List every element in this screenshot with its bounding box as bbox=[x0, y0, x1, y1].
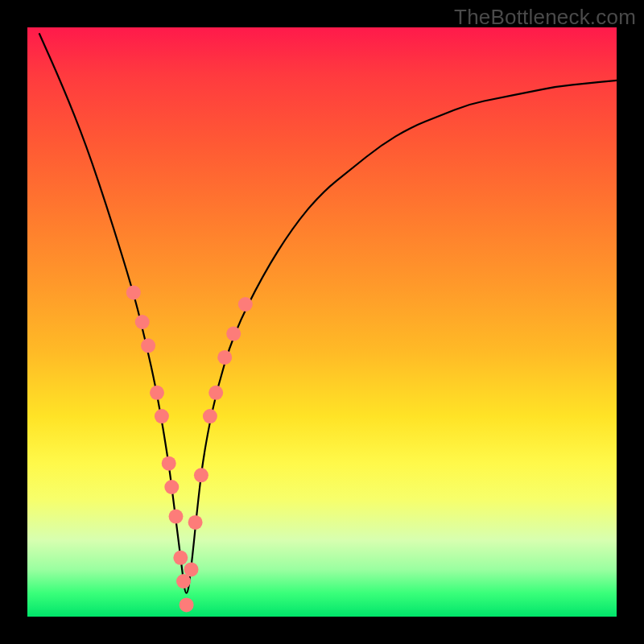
bottleneck-curve bbox=[39, 33, 617, 592]
marker-dot bbox=[217, 350, 232, 365]
marker-dot bbox=[188, 515, 203, 530]
marker-dots bbox=[126, 285, 253, 612]
marker-dot bbox=[203, 409, 217, 423]
marker-dot bbox=[176, 574, 191, 588]
marker-dot bbox=[238, 297, 253, 312]
marker-dot bbox=[180, 597, 194, 612]
watermark: TheBottleneck.com bbox=[454, 5, 636, 30]
chart-frame: TheBottleneck.com bbox=[0, 0, 644, 644]
marker-dot bbox=[162, 456, 176, 471]
marker-dot bbox=[141, 338, 155, 353]
marker-dot bbox=[155, 409, 169, 423]
curve-layer bbox=[27, 27, 617, 617]
marker-dot bbox=[169, 510, 184, 524]
marker-dot bbox=[194, 468, 208, 482]
marker-dot bbox=[150, 386, 164, 400]
marker-dot bbox=[184, 562, 199, 576]
marker-dot bbox=[208, 386, 223, 400]
plot-area bbox=[27, 27, 617, 617]
marker-dot bbox=[126, 285, 141, 299]
marker-dot bbox=[164, 480, 179, 494]
marker-dot bbox=[226, 327, 241, 341]
marker-dot bbox=[173, 551, 188, 565]
marker-dot bbox=[135, 315, 150, 329]
